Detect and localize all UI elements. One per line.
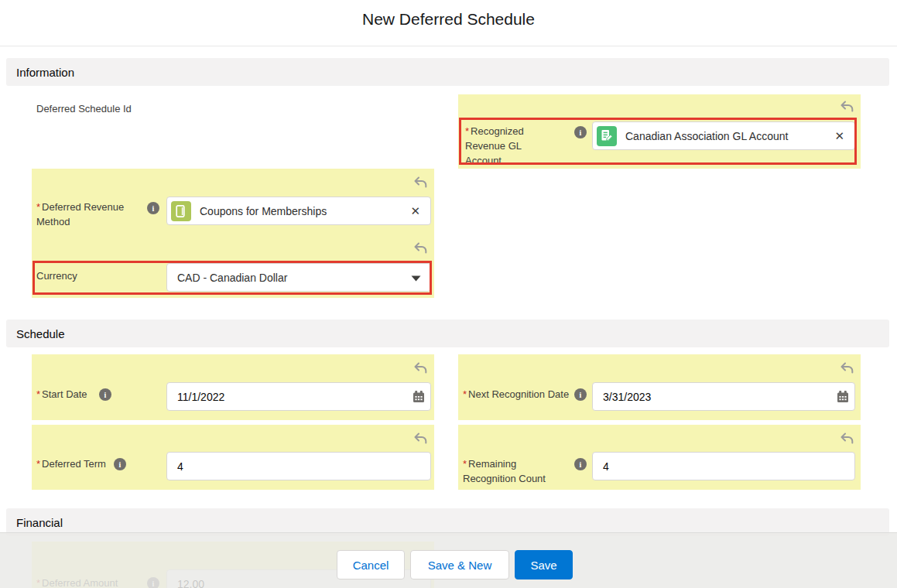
gl-account-icon [597, 126, 617, 146]
field-label-currency: Currency [36, 268, 77, 283]
save-and-new-button[interactable]: Save & New [410, 550, 509, 579]
deferred-revenue-method-icon [171, 201, 191, 221]
undo-icon[interactable] [413, 175, 428, 190]
undo-icon[interactable] [839, 361, 854, 376]
info-icon[interactable]: i [147, 202, 159, 214]
section-header-schedule: Schedule [6, 320, 889, 347]
remaining-recognition-count-field [592, 452, 855, 480]
calendar-icon[interactable] [407, 383, 430, 410]
lookup-value: Coupons for Memberships [200, 205, 399, 217]
info-icon[interactable]: i [574, 126, 587, 138]
remaining-recognition-count-input[interactable] [593, 453, 854, 480]
page-title: New Deferred Schedule [0, 10, 897, 29]
undo-icon[interactable] [413, 361, 428, 376]
section-header-information: Information [6, 58, 889, 86]
field-label-remaining-recognition-count: *Remaining Recognition Count [463, 456, 563, 486]
currency-select[interactable]: CAD - Canadian Dollar [166, 263, 431, 292]
clear-icon[interactable]: ✕ [408, 204, 423, 218]
field-label-deferred-term: *Deferred Term [36, 456, 106, 471]
calendar-icon[interactable] [831, 383, 854, 410]
modal-footer: Cancel Save & New Save [0, 532, 897, 588]
section-label: Information [16, 66, 74, 79]
start-date-input[interactable] [167, 383, 407, 410]
new-deferred-schedule-modal: New Deferred Schedule Information Deferr… [0, 0, 897, 588]
section-label: Financial [16, 516, 63, 529]
info-icon[interactable]: i [99, 388, 111, 401]
dropdown-arrow-icon [411, 272, 421, 284]
undo-icon[interactable] [839, 431, 854, 446]
field-label-next-recognition-date: *Next Recognition Date [463, 387, 575, 402]
field-label-recognized-revenue-gl-account: *Recognized Revenue GL Account [465, 124, 552, 168]
section-label: Schedule [16, 327, 65, 340]
cancel-button[interactable]: Cancel [337, 550, 405, 579]
save-button[interactable]: Save [515, 550, 573, 579]
lookup-value: Canadian Association GL Account [625, 130, 823, 142]
undo-icon[interactable] [413, 431, 428, 446]
lookup-pill-recognized-revenue-gl-account[interactable]: Canadian Association GL Account ✕ [592, 121, 855, 150]
lookup-pill-deferred-revenue-method[interactable]: Coupons for Memberships ✕ [166, 197, 431, 225]
field-label-start-date: *Start Date [36, 387, 87, 402]
info-icon[interactable]: i [574, 388, 587, 401]
clear-icon[interactable]: ✕ [832, 129, 847, 143]
info-icon[interactable]: i [574, 458, 587, 470]
next-recognition-date-field [592, 382, 855, 411]
currency-selected-value: CAD - Canadian Dollar [177, 272, 411, 284]
header-divider [0, 46, 897, 46]
deferred-term-input[interactable] [167, 453, 430, 480]
deferred-term-field [166, 452, 431, 480]
start-date-field [166, 382, 431, 411]
undo-icon[interactable] [413, 241, 428, 256]
undo-icon[interactable] [839, 99, 854, 115]
info-icon[interactable]: i [114, 458, 126, 470]
field-label-deferred-schedule-id: Deferred Schedule Id [36, 101, 141, 116]
next-recognition-date-input[interactable] [593, 383, 831, 410]
field-label-deferred-revenue-method: *Deferred Revenue Method [36, 200, 159, 229]
